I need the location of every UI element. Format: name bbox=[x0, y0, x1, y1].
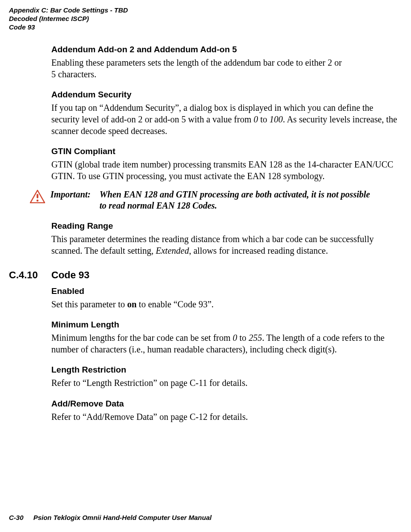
text: Set this parameter to bbox=[51, 299, 127, 309]
value-255: 255 bbox=[249, 333, 262, 343]
heading-reading-range: Reading Range bbox=[51, 221, 402, 231]
text: to bbox=[237, 333, 249, 343]
para-enabled: Set this parameter to on to enable “Code… bbox=[51, 299, 402, 310]
para-add-remove-data: Refer to “Add/Remove Data” on page C-12 … bbox=[51, 411, 402, 423]
page: Appendix C: Bar Code Settings - TBD Deco… bbox=[0, 0, 411, 532]
running-header-line-1: Appendix C: Bar Code Settings - TBD bbox=[9, 6, 402, 15]
running-header-line-2: Decoded (Intermec ISCP) bbox=[9, 15, 402, 23]
para-reading-range: This parameter determines the reading di… bbox=[51, 234, 402, 256]
heading-addendum-security: Addendum Security bbox=[51, 90, 402, 100]
text: to bbox=[258, 114, 270, 124]
value-on: on bbox=[127, 299, 137, 309]
para-length-restriction: Refer to “Length Restriction” on page C-… bbox=[51, 377, 402, 389]
page-number: C-30 bbox=[9, 514, 24, 521]
section-title: Code 93 bbox=[51, 269, 90, 281]
text: 5 characters. bbox=[51, 69, 96, 79]
para-addendum-security: If you tap on “Addendum Security”, a dia… bbox=[51, 102, 402, 137]
text: , allows for increased reading distance. bbox=[189, 246, 328, 256]
svg-rect-1 bbox=[37, 194, 38, 198]
value-zero: 0 bbox=[233, 333, 237, 343]
value-zero: 0 bbox=[253, 114, 258, 124]
heading-minimum-length: Minimum Length bbox=[51, 320, 402, 330]
running-header: Appendix C: Bar Code Settings - TBD Deco… bbox=[9, 6, 402, 31]
para-addendum-addon: Enabling these parameters sets the lengt… bbox=[51, 57, 402, 80]
content-area: Addendum Add-on 2 and Addendum Add-on 5 … bbox=[51, 45, 402, 423]
heading-length-restriction: Length Restriction bbox=[51, 365, 402, 375]
text: to enable “Code 93”. bbox=[137, 299, 214, 309]
footer: C-30 Psion Teklogix Omnii Hand-Held Comp… bbox=[9, 514, 212, 521]
important-note: Important:When EAN 128 and GTIN processi… bbox=[30, 189, 402, 211]
running-header-line-3: Code 93 bbox=[9, 23, 402, 32]
important-label: Important: bbox=[50, 189, 100, 200]
section-heading: C.4.10 Code 93 bbox=[9, 269, 402, 281]
para-minimum-length: Minimum lengths for the bar code can be … bbox=[51, 332, 402, 355]
value-hundred: 100 bbox=[270, 114, 283, 124]
svg-point-2 bbox=[37, 200, 39, 202]
section-number: C.4.10 bbox=[9, 269, 51, 281]
heading-addendum-addon: Addendum Add-on 2 and Addendum Add-on 5 bbox=[51, 45, 402, 54]
important-body-first: When EAN 128 and GTIN processing are bot… bbox=[100, 189, 370, 199]
warning-icon bbox=[30, 190, 45, 205]
value-extended: Extended bbox=[156, 246, 189, 256]
important-text: Important:When EAN 128 and GTIN processi… bbox=[50, 189, 370, 211]
heading-enabled: Enabled bbox=[51, 286, 402, 296]
important-body-rest: to read normal EAN 128 Codes. bbox=[100, 200, 370, 211]
heading-gtin: GTIN Compliant bbox=[51, 147, 402, 156]
text: Enabling these parameters sets the lengt… bbox=[51, 58, 342, 67]
text: Minimum lengths for the bar code can be … bbox=[51, 333, 233, 343]
heading-add-remove-data: Add/Remove Data bbox=[51, 399, 402, 409]
footer-title: Psion Teklogix Omnii Hand-Held Computer … bbox=[33, 514, 212, 521]
para-gtin: GTIN (global trade item number) processi… bbox=[51, 159, 402, 182]
